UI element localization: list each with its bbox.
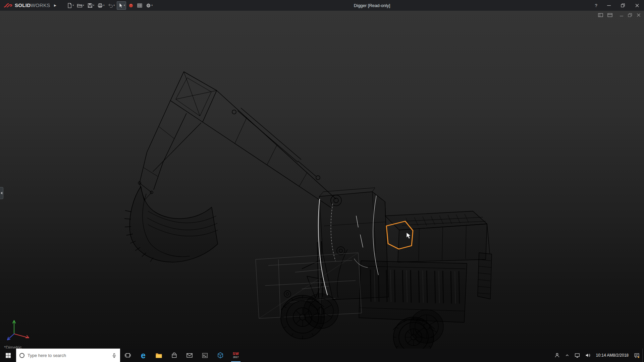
doc-minimize-icon	[620, 13, 624, 17]
solidworks-2017-button[interactable]: SW 2017	[228, 349, 244, 362]
save-button[interactable]: ▾	[86, 1, 96, 10]
dropdown-caret-icon[interactable]: ▾	[114, 4, 115, 7]
open-button[interactable]: ▾	[76, 1, 85, 10]
dropdown-caret-icon[interactable]: ▾	[93, 4, 95, 7]
titlebar: SOLIDWORKS ▶ ▾ ▾ ▾ ▾ ▾	[0, 0, 644, 11]
edge-icon: e	[141, 351, 146, 360]
evaluate-grid-button[interactable]	[136, 1, 144, 10]
people-button[interactable]	[552, 349, 562, 362]
new-document-icon	[67, 3, 72, 8]
graphics-viewport[interactable]: *Dimetric	[0, 11, 644, 349]
show-pane-top-button[interactable]	[607, 13, 612, 17]
excavator-wireframe-model[interactable]	[0, 11, 644, 349]
clock-time: 10:14 AM	[596, 353, 613, 358]
screen: SOLIDWORKS ▶ ▾ ▾ ▾ ▾ ▾	[0, 0, 644, 362]
clock-date: 8/2/2018	[613, 353, 629, 358]
brand-works: WORKS	[31, 2, 50, 8]
pane-left-icon	[598, 13, 603, 17]
doc-restore-icon	[628, 13, 632, 17]
minimize-icon	[607, 4, 611, 7]
close-icon	[635, 4, 639, 7]
solidworks-app-icon: SW 2017	[233, 352, 239, 359]
task-view-icon	[124, 352, 131, 359]
select-cursor-icon	[118, 3, 123, 8]
system-tray: 10:14 AM 8/2/2018	[552, 349, 644, 362]
quick-access-toolbar: ▾ ▾ ▾ ▾ ▾ ▾	[66, 1, 154, 10]
taskbar: e SW 2017	[0, 349, 644, 362]
close-button[interactable]	[630, 0, 644, 11]
solidworks-logo: SOLIDWORKS	[0, 2, 52, 8]
file-explorer-button[interactable]	[151, 349, 166, 362]
select-tool-button[interactable]: ▾	[117, 1, 126, 10]
print-button[interactable]: ▾	[96, 1, 106, 10]
grid-table-icon	[137, 3, 143, 8]
edge-browser-button[interactable]: e	[136, 349, 151, 362]
boom[interactable]	[170, 72, 341, 208]
console-window-button[interactable]	[197, 349, 213, 362]
microphone-icon[interactable]	[112, 353, 117, 358]
taskbar-search[interactable]	[16, 349, 120, 362]
minimize-button[interactable]	[602, 0, 616, 11]
xpress-products-button[interactable]	[127, 1, 135, 10]
dropdown-caret-icon[interactable]: ▾	[124, 4, 125, 7]
mail-envelope-icon	[186, 352, 193, 358]
dropdown-caret-icon[interactable]: ▾	[152, 4, 153, 7]
restore-icon	[621, 3, 625, 7]
doc-close-icon	[637, 13, 641, 17]
feature-manager-collapsed-tab[interactable]	[0, 187, 3, 199]
doc-restore-button[interactable]	[628, 13, 632, 17]
action-center-button[interactable]	[631, 349, 642, 362]
blue-cube-icon	[217, 352, 224, 359]
dropdown-caret-icon[interactable]: ▾	[83, 4, 84, 7]
hidden-icons-button[interactable]	[562, 349, 572, 362]
task-view-button[interactable]	[120, 349, 136, 362]
folder-icon	[155, 352, 162, 359]
chevron-up-icon	[565, 353, 570, 358]
menu-flyout-button[interactable]: ▶	[52, 2, 58, 9]
pane-top-icon	[607, 13, 612, 17]
console-icon	[202, 352, 208, 359]
save-icon	[87, 3, 93, 8]
undo-button[interactable]: ▾	[107, 1, 116, 10]
store-bag-icon	[171, 352, 177, 359]
dropdown-caret-icon[interactable]: ▾	[73, 4, 74, 7]
search-input[interactable]	[28, 353, 109, 358]
network-icon	[574, 352, 580, 358]
show-pane-left-button[interactable]	[598, 13, 603, 17]
doc-close-button[interactable]	[637, 13, 641, 17]
store-button[interactable]	[166, 349, 182, 362]
brand-text: SOLIDWORKS	[15, 2, 50, 8]
document-window-controls	[598, 13, 641, 17]
start-button[interactable]	[0, 349, 16, 362]
view-orientation-label: *Dimetric	[4, 345, 22, 349]
volume-button[interactable]	[583, 349, 593, 362]
sw-mark: SW	[233, 352, 239, 356]
dropdown-caret-icon[interactable]: ▾	[103, 4, 105, 7]
triad-x-axis[interactable]	[14, 334, 29, 338]
cortana-icon	[19, 353, 24, 358]
speaker-icon	[585, 352, 591, 358]
edrawings-button[interactable]	[213, 349, 228, 362]
restore-button[interactable]	[616, 0, 630, 11]
new-document-button[interactable]: ▾	[66, 1, 75, 10]
options-button[interactable]: ▾	[145, 1, 154, 10]
network-button[interactable]	[572, 349, 583, 362]
windows-logo-icon	[5, 353, 11, 358]
bucket[interactable]	[124, 186, 218, 262]
doc-minimize-button[interactable]	[617, 13, 624, 17]
chevron-left-icon	[1, 192, 2, 194]
document-title: Digger [Read-only]	[154, 3, 590, 8]
undo-icon	[108, 3, 113, 8]
brand-solid: SOLID	[15, 2, 31, 8]
print-icon	[97, 3, 103, 8]
clock[interactable]: 10:14 AM 8/2/2018	[593, 349, 631, 362]
action-center-icon	[634, 352, 640, 359]
arm[interactable]	[138, 101, 201, 200]
gear-icon	[146, 3, 151, 8]
xpress-products-icon	[128, 3, 134, 8]
show-desktop-button[interactable]	[642, 349, 644, 362]
mail-button[interactable]	[182, 349, 197, 362]
orientation-triad[interactable]	[3, 314, 35, 343]
open-folder-icon	[77, 3, 83, 8]
help-button[interactable]: ?	[590, 3, 602, 8]
